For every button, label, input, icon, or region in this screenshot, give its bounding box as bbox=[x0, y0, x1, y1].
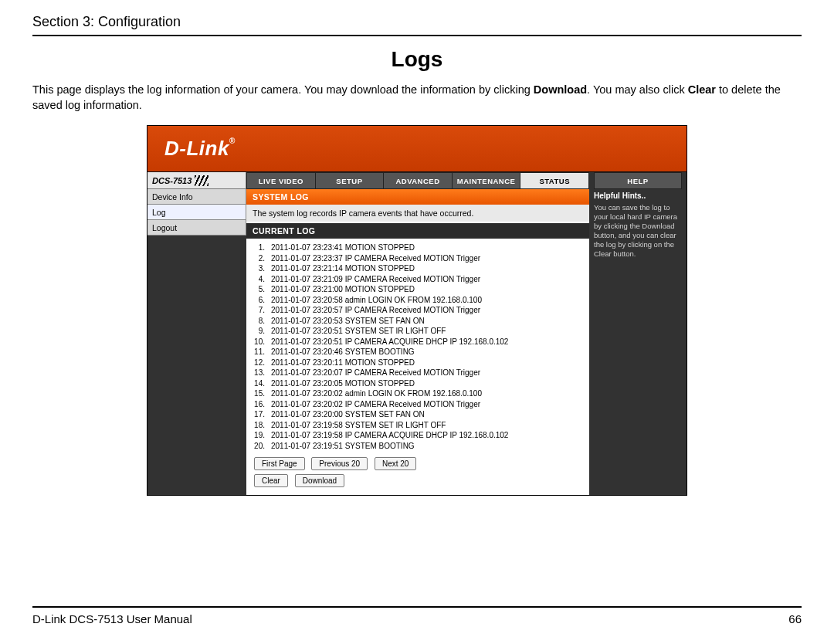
tab-help[interactable]: HELP bbox=[594, 172, 682, 189]
right-sidebar: HELP Helpful Hints.. You can save the lo… bbox=[589, 172, 687, 495]
clear-button[interactable]: Clear bbox=[254, 474, 288, 487]
tab-advanced[interactable]: ADVANCED bbox=[384, 172, 453, 189]
download-button[interactable]: Download bbox=[295, 474, 344, 487]
log-row: 20.2011-01-07 23:19:51 SYSTEM BOOTING bbox=[254, 441, 581, 452]
footer-left: D-Link DCS-7513 User Manual bbox=[32, 612, 192, 625]
previous-20-button[interactable]: Previous 20 bbox=[311, 457, 368, 470]
page-footer: D-Link DCS-7513 User Manual 66 bbox=[32, 606, 802, 625]
log-row: 7.2011-01-07 23:20:57 IP CAMERA Received… bbox=[254, 305, 581, 316]
log-row: 3.2011-01-07 23:21:14 MOTION STOPPED bbox=[254, 263, 581, 274]
footer-page-number: 66 bbox=[788, 612, 802, 625]
main-panel: LIVE VIDEO SETUP ADVANCED MAINTENANCE ST… bbox=[246, 172, 589, 495]
top-tabs: LIVE VIDEO SETUP ADVANCED MAINTENANCE ST… bbox=[246, 172, 589, 189]
log-row: 2.2011-01-07 23:23:37 IP CAMERA Received… bbox=[254, 253, 581, 264]
tab-status[interactable]: STATUS bbox=[520, 172, 589, 189]
helpful-hints-title: Helpful Hints.. bbox=[594, 192, 682, 200]
log-row: 11.2011-01-07 23:20:46 SYSTEM BOOTING bbox=[254, 347, 581, 358]
page-title: Logs bbox=[32, 47, 802, 72]
log-row: 5.2011-01-07 23:21:00 MOTION STOPPED bbox=[254, 284, 581, 295]
log-row: 6.2011-01-07 23:20:58 admin LOGIN OK FRO… bbox=[254, 295, 581, 306]
helpful-hints-text: You can save the log to your local hard … bbox=[594, 203, 682, 258]
sidebar-item-logout[interactable]: Logout bbox=[147, 220, 246, 236]
log-row: 14.2011-01-07 23:20:05 MOTION STOPPED bbox=[254, 378, 581, 389]
hatch-icon bbox=[195, 175, 208, 186]
current-log-header: CURRENT LOG bbox=[246, 223, 589, 239]
sidebar-item-device-info[interactable]: Device Info bbox=[147, 189, 246, 205]
tab-setup[interactable]: SETUP bbox=[316, 172, 385, 189]
intro-text: This page displays the log information o… bbox=[32, 83, 802, 113]
first-page-button[interactable]: First Page bbox=[254, 457, 305, 470]
log-row: 12.2011-01-07 23:20:11 MOTION STOPPED bbox=[254, 358, 581, 368]
log-row: 18.2011-01-07 23:19:58 SYSTEM SET IR LIG… bbox=[254, 420, 581, 431]
log-row: 16.2011-01-07 23:20:02 IP CAMERA Receive… bbox=[254, 399, 581, 410]
log-row: 19.2011-01-07 23:19:58 IP CAMERA ACQUIRE… bbox=[254, 430, 581, 441]
brand-banner: D-Link® bbox=[147, 126, 687, 172]
log-row: 13.2011-01-07 23:20:07 IP CAMERA Receive… bbox=[254, 368, 581, 378]
embedded-screenshot: D-Link® DCS-7513 Device Info Log Logout … bbox=[147, 125, 687, 496]
tab-live-video[interactable]: LIVE VIDEO bbox=[246, 172, 316, 189]
log-list: 1.2011-01-07 23:23:41 MOTION STOPPED2.20… bbox=[246, 239, 589, 495]
left-sidebar: DCS-7513 Device Info Log Logout bbox=[147, 172, 246, 495]
log-row: 17.2011-01-07 23:20:00 SYSTEM SET FAN ON bbox=[254, 409, 581, 420]
log-row: 1.2011-01-07 23:23:41 MOTION STOPPED bbox=[254, 242, 581, 253]
dlink-logo: D-Link® bbox=[164, 137, 236, 161]
log-row: 9.2011-01-07 23:20:51 SYSTEM SET IR LIGH… bbox=[254, 326, 581, 337]
system-log-header: SYSTEM LOG bbox=[246, 189, 589, 205]
log-row: 10.2011-01-07 23:20:51 IP CAMERA ACQUIRE… bbox=[254, 337, 581, 347]
system-log-desc: The system log records IP camera events … bbox=[246, 205, 589, 223]
model-label: DCS-7513 bbox=[147, 172, 246, 189]
section-header: Section 3: Configuration bbox=[32, 14, 802, 30]
log-row: 15.2011-01-07 23:20:02 admin LOGIN OK FR… bbox=[254, 388, 581, 399]
log-row: 8.2011-01-07 23:20:53 SYSTEM SET FAN ON bbox=[254, 316, 581, 327]
tab-maintenance[interactable]: MAINTENANCE bbox=[453, 172, 521, 189]
log-row: 4.2011-01-07 23:21:09 IP CAMERA Received… bbox=[254, 274, 581, 285]
sidebar-item-log[interactable]: Log bbox=[147, 205, 246, 220]
next-20-button[interactable]: Next 20 bbox=[375, 457, 416, 470]
